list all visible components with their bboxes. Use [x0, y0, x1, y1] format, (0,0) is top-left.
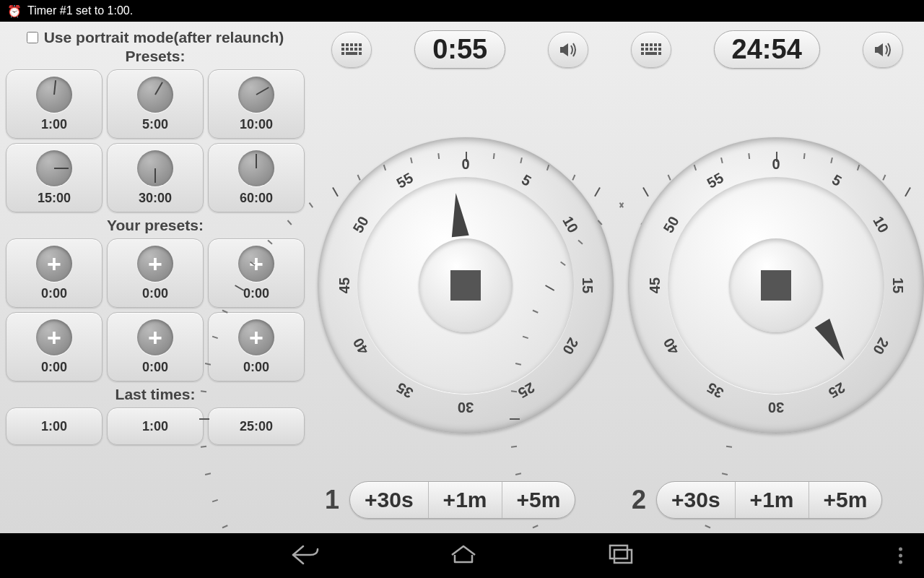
- add-30s-button-2[interactable]: +30s: [657, 482, 735, 518]
- speaker-icon: [558, 41, 578, 59]
- stop-icon: [450, 270, 481, 301]
- svg-rect-12: [359, 52, 362, 55]
- portrait-checkbox[interactable]: [27, 32, 38, 43]
- sound-button-2[interactable]: [863, 32, 903, 68]
- overflow-menu-button[interactable]: [899, 548, 902, 564]
- svg-rect-3: [354, 43, 357, 46]
- preset-button[interactable]: 60:00: [208, 143, 305, 212]
- user-preset-button[interactable]: 0:00: [107, 312, 204, 381]
- add-1m-button-1[interactable]: +1m: [428, 482, 502, 518]
- user-preset-button[interactable]: 0:00: [208, 238, 305, 308]
- portrait-checkbox-row[interactable]: Use portrait mode(after relaunch): [6, 27, 305, 48]
- user-preset-button[interactable]: 0:00: [6, 238, 103, 308]
- preset-button[interactable]: 10:00: [208, 69, 305, 139]
- svg-rect-6: [346, 48, 349, 51]
- recent-apps-button[interactable]: [608, 543, 634, 568]
- mini-dial-icon: [238, 150, 274, 186]
- sound-button-1[interactable]: [548, 32, 588, 68]
- timer-dial-1[interactable]: 0510152025303540455055: [318, 137, 614, 434]
- preset-label: 60:00: [240, 191, 273, 206]
- user-preset-button[interactable]: 0:00: [107, 238, 204, 308]
- svg-rect-7: [350, 48, 353, 51]
- svg-rect-5: [341, 48, 344, 51]
- svg-rect-17: [658, 43, 661, 46]
- add-5m-button-2[interactable]: +5m: [808, 482, 882, 518]
- timer-2-add-row: 2 +30s +1m +5m: [632, 481, 882, 519]
- preset-label: 0:00: [243, 360, 269, 375]
- svg-rect-23: [641, 52, 644, 55]
- preset-label: 1:00: [142, 419, 168, 434]
- last-time-button[interactable]: 1:00: [107, 407, 204, 445]
- home-button[interactable]: [449, 543, 478, 568]
- dial-number: 15: [889, 277, 906, 293]
- dial-number: 10: [559, 214, 582, 236]
- timer-number-2: 2: [632, 485, 646, 515]
- dot-icon: [899, 561, 902, 564]
- add-1m-button-2[interactable]: +1m: [735, 482, 808, 518]
- portrait-label: Use portrait mode(after relaunch): [44, 29, 284, 46]
- svg-rect-19: [645, 48, 648, 51]
- dial-number: 40: [660, 335, 682, 358]
- stop-icon: [761, 270, 791, 301]
- back-button[interactable]: [290, 542, 319, 569]
- preset-label: 0:00: [41, 360, 67, 375]
- preset-label: 0:00: [142, 286, 168, 301]
- add-time-group-1: +30s +1m +5m: [349, 481, 575, 519]
- svg-rect-24: [645, 52, 657, 55]
- last-time-button[interactable]: 25:00: [208, 407, 305, 445]
- keyboard-button-2[interactable]: [631, 32, 671, 68]
- last-times-grid: 1:001:0025:00: [6, 407, 305, 445]
- dial-number: 35: [705, 379, 727, 402]
- last-time-button[interactable]: 1:00: [6, 407, 103, 445]
- preset-label: 10:00: [240, 117, 273, 132]
- time-display-1[interactable]: 0:55: [414, 30, 505, 69]
- preset-button[interactable]: 30:00: [107, 143, 204, 212]
- dial-number: 55: [394, 169, 417, 191]
- timer-dial-2[interactable]: 0510152025303540455055: [628, 137, 924, 434]
- dial-number: 45: [336, 277, 353, 293]
- dial-number: 40: [349, 335, 372, 358]
- mini-dial-icon: [36, 150, 72, 186]
- plus-icon: [137, 319, 173, 355]
- dial-number: 0: [772, 156, 780, 173]
- add-30s-button-1[interactable]: +30s: [350, 482, 428, 518]
- recent-icon: [608, 543, 634, 565]
- top-controls-row: 0:55 24:54: [310, 30, 924, 69]
- keyboard-icon: [641, 43, 661, 56]
- svg-rect-22: [658, 48, 661, 51]
- preset-button[interactable]: 15:00: [6, 143, 103, 212]
- keyboard-button-1[interactable]: [331, 32, 372, 68]
- status-bar: ⏰ Timer #1 set to 1:00.: [0, 0, 924, 22]
- stop-button-1[interactable]: [419, 238, 513, 332]
- dial-number: 5: [518, 171, 533, 189]
- svg-rect-13: [641, 43, 644, 46]
- user-preset-button[interactable]: 0:00: [6, 312, 103, 381]
- svg-rect-4: [359, 43, 362, 46]
- dial-number: 20: [870, 335, 892, 358]
- back-icon: [290, 542, 319, 566]
- svg-rect-8: [354, 48, 357, 51]
- mini-dial-icon: [137, 150, 173, 186]
- dial-number: 50: [349, 214, 372, 236]
- plus-icon: [238, 319, 274, 355]
- svg-rect-15: [650, 43, 653, 46]
- preset-label: 1:00: [41, 117, 67, 132]
- dial-number: 55: [705, 169, 727, 191]
- add-5m-button-1[interactable]: +5m: [502, 482, 575, 518]
- timer-number-1: 1: [325, 485, 339, 515]
- preset-label: 1:00: [41, 419, 67, 434]
- svg-rect-29: [614, 550, 632, 563]
- plus-icon: [238, 246, 274, 282]
- time-display-2[interactable]: 24:54: [714, 30, 820, 69]
- preset-label: 30:00: [139, 191, 172, 206]
- dial-number: 25: [826, 379, 848, 402]
- mini-dial-icon: [36, 77, 72, 113]
- svg-rect-0: [341, 43, 344, 46]
- svg-rect-21: [654, 48, 657, 51]
- dial-number: 20: [559, 335, 582, 358]
- stop-button-2[interactable]: [729, 238, 823, 332]
- preset-button[interactable]: 5:00: [107, 69, 204, 139]
- user-preset-button[interactable]: 0:00: [208, 312, 305, 381]
- svg-rect-20: [650, 48, 653, 51]
- preset-button[interactable]: 1:00: [6, 69, 103, 139]
